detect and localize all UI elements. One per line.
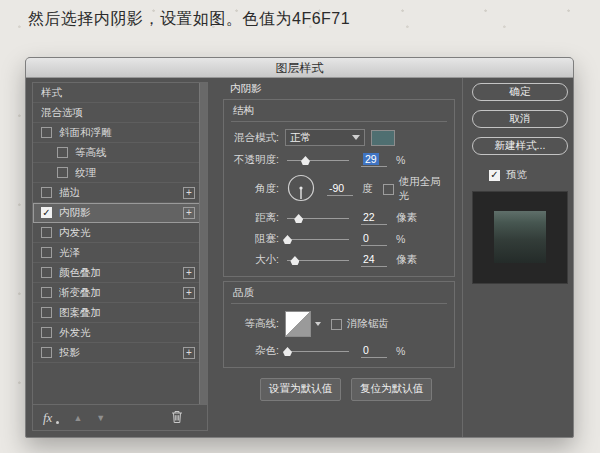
distance-slider-thumb[interactable] — [294, 214, 303, 223]
opacity-input[interactable]: 29 — [361, 153, 387, 167]
page-caption: 然后选择内阴影，设置如图。色值为4F6F71 — [28, 9, 350, 30]
angle-row: 角度: -90 度 使用全局光 — [231, 174, 447, 204]
delete-effect-icon[interactable] — [171, 410, 183, 425]
noise-slider[interactable] — [287, 346, 349, 356]
blend-color-swatch[interactable] — [371, 130, 395, 146]
action-column: 确定 取消 新建样式... 预览 — [462, 78, 574, 437]
inner-shadow-panel: 内阴影 结构 混合模式: 正常 不透明度: 29 — [223, 80, 455, 401]
inner-glow-checkbox[interactable] — [41, 227, 52, 238]
angle-input[interactable]: -90 — [327, 182, 353, 196]
ok-button[interactable]: 确定 — [472, 83, 568, 101]
dialog-titlebar[interactable]: 图层样式 — [26, 58, 573, 78]
contour-picker[interactable] — [285, 311, 311, 337]
sidebar-item-gradient-overlay[interactable]: 渐变叠加 + — [33, 283, 207, 303]
quality-group-label: 品质 — [231, 285, 447, 304]
sidebar-item-stroke[interactable]: 描边 + — [33, 183, 207, 203]
size-slider-thumb[interactable] — [290, 256, 299, 265]
choke-slider[interactable] — [287, 234, 349, 244]
choke-slider-thumb[interactable] — [283, 235, 292, 244]
outer-glow-checkbox[interactable] — [41, 327, 52, 338]
sidebar-item-bevel-emboss[interactable]: 斜面和浮雕 — [33, 123, 207, 143]
quality-group: 品质 等高线: 消除锯齿 杂色: 0 % — [223, 281, 455, 368]
sidebar-item-styles[interactable]: 样式 — [33, 83, 207, 103]
sidebar-scrollbar[interactable] — [199, 83, 207, 404]
add-color-overlay-icon[interactable]: + — [183, 267, 195, 279]
angle-dial[interactable] — [287, 174, 315, 204]
add-gradient-overlay-icon[interactable]: + — [183, 287, 195, 299]
add-inner-shadow-icon[interactable]: + — [183, 207, 195, 219]
choke-input[interactable]: 0 — [361, 232, 387, 246]
panel-title: 内阴影 — [230, 82, 455, 96]
anti-alias-option[interactable]: 消除锯齿 — [331, 317, 389, 331]
gradient-overlay-checkbox[interactable] — [41, 287, 52, 298]
layer-style-dialog: 图层样式 样式 混合选项 斜面和浮雕 等高线 — [25, 57, 574, 438]
sidebar-item-contour[interactable]: 等高线 — [33, 143, 207, 163]
global-light-option[interactable]: 使用全局光 — [383, 175, 448, 203]
styles-list: 样式 混合选项 斜面和浮雕 等高线 纹理 — [33, 83, 207, 363]
sidebar-item-blending-options[interactable]: 混合选项 — [33, 103, 207, 123]
contour-row: 等高线: 消除锯齿 — [231, 311, 447, 337]
sidebar-item-pattern-overlay[interactable]: 图案叠加 — [33, 303, 207, 323]
chevron-down-icon — [352, 135, 360, 140]
add-stroke-icon[interactable]: + — [183, 187, 195, 199]
reset-default-button[interactable]: 复位为默认值 — [351, 378, 432, 401]
contour-checkbox[interactable] — [57, 147, 68, 158]
sidebar-item-color-overlay[interactable]: 颜色叠加 + — [33, 263, 207, 283]
pattern-overlay-checkbox[interactable] — [41, 307, 52, 318]
new-style-button[interactable]: 新建样式... — [472, 137, 568, 155]
preview-checkbox[interactable] — [489, 170, 500, 181]
styles-sidebar: 样式 混合选项 斜面和浮雕 等高线 纹理 — [32, 82, 208, 431]
sidebar-footer: fx ▲ ▼ — [33, 404, 207, 430]
sidebar-item-satin[interactable]: 光泽 — [33, 243, 207, 263]
blend-mode-dropdown[interactable]: 正常 — [285, 129, 365, 146]
structure-group-label: 结构 — [231, 103, 447, 122]
opacity-slider-thumb[interactable] — [301, 156, 310, 165]
sidebar-item-outer-glow[interactable]: 外发光 — [33, 323, 207, 343]
sidebar-item-drop-shadow[interactable]: 投影 + — [33, 343, 207, 363]
structure-group: 结构 混合模式: 正常 不透明度: 29 % — [223, 99, 455, 277]
move-effect-down-icon[interactable]: ▼ — [96, 413, 105, 423]
opacity-row: 不透明度: 29 % — [231, 153, 447, 167]
preview-option[interactable]: 预览 — [489, 168, 574, 182]
fx-icon[interactable]: fx — [43, 410, 52, 426]
global-light-checkbox[interactable] — [383, 184, 394, 195]
preview-inner-shadow-sample — [494, 211, 546, 263]
distance-input[interactable]: 22 — [361, 211, 387, 225]
anti-alias-checkbox[interactable] — [331, 319, 342, 330]
noise-input[interactable]: 0 — [361, 344, 387, 358]
bevel-emboss-checkbox[interactable] — [41, 127, 52, 138]
add-drop-shadow-icon[interactable]: + — [183, 347, 195, 359]
choke-row: 阻塞: 0 % — [231, 232, 447, 246]
make-default-button[interactable]: 设置为默认值 — [260, 378, 341, 401]
stroke-checkbox[interactable] — [41, 187, 52, 198]
size-row: 大小: 24 像素 — [231, 253, 447, 267]
style-preview-thumbnail — [472, 191, 568, 284]
move-effect-up-icon[interactable]: ▲ — [73, 413, 82, 423]
blend-mode-row: 混合模式: 正常 — [231, 129, 447, 146]
chevron-down-icon[interactable] — [315, 322, 321, 326]
noise-row: 杂色: 0 % — [231, 344, 447, 358]
distance-slider[interactable] — [287, 213, 349, 223]
noise-slider-thumb[interactable] — [283, 347, 292, 356]
size-slider[interactable] — [287, 255, 349, 265]
texture-checkbox[interactable] — [57, 167, 68, 178]
inner-shadow-checkbox[interactable] — [41, 207, 52, 218]
sidebar-item-inner-shadow[interactable]: 内阴影 + — [33, 203, 207, 223]
satin-checkbox[interactable] — [41, 247, 52, 258]
opacity-slider[interactable] — [287, 155, 349, 165]
distance-row: 距离: 22 像素 — [231, 211, 447, 225]
size-input[interactable]: 24 — [361, 253, 387, 267]
sidebar-item-texture[interactable]: 纹理 — [33, 163, 207, 183]
drop-shadow-checkbox[interactable] — [41, 347, 52, 358]
sidebar-item-inner-glow[interactable]: 内发光 — [33, 223, 207, 243]
cancel-button[interactable]: 取消 — [472, 110, 568, 128]
color-overlay-checkbox[interactable] — [41, 267, 52, 278]
fx-menu-dot-icon — [56, 421, 59, 424]
